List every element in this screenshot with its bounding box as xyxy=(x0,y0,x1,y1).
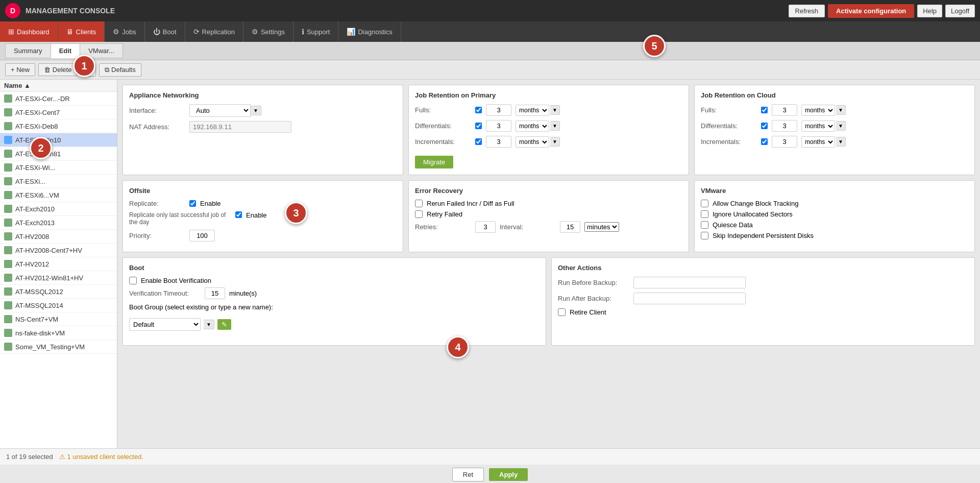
primary-fulls-checkbox[interactable] xyxy=(475,107,482,113)
replicate-checkbox[interactable] xyxy=(189,200,196,207)
nav-diagnostics[interactable]: 📊 Diagnostics xyxy=(338,21,401,42)
sidebar-item-9[interactable]: AT-Exch2013 xyxy=(0,216,117,230)
skip-checkbox[interactable] xyxy=(701,232,708,239)
sidebar-item-3[interactable]: AT-ESXi-Win10 xyxy=(0,133,117,147)
sidebar: Name ▲ AT-ESXi-Cer...-DR AT-ESXi-Cent7 A… xyxy=(0,80,117,448)
tab-edit[interactable]: Edit xyxy=(51,43,81,58)
primary-incr-arrow[interactable]: ▼ xyxy=(550,137,560,147)
cloud-diff-checkbox[interactable] xyxy=(761,123,768,129)
client-label-15: AT-MSSQL2014 xyxy=(15,302,63,309)
primary-fulls-unit-select[interactable]: months xyxy=(516,105,549,116)
cloud-incr-checkbox[interactable] xyxy=(761,138,768,145)
sidebar-item-4[interactable]: AT-ESXi-Win81 xyxy=(0,147,117,161)
client-icon-10 xyxy=(4,232,12,240)
sidebar-item-5[interactable]: AT-ESXi-Wi... xyxy=(0,161,117,175)
tab-summary[interactable]: Summary xyxy=(5,43,51,58)
new-button[interactable]: + New xyxy=(5,63,35,76)
sidebar-item-16[interactable]: NS-Cent7+VM xyxy=(0,312,117,326)
boot-enable-checkbox[interactable] xyxy=(129,277,137,284)
cloud-diff-num[interactable] xyxy=(772,120,797,132)
cloud-fulls-checkbox[interactable] xyxy=(761,107,768,113)
interval-unit-select[interactable]: minutes xyxy=(584,222,619,232)
client-icon-16 xyxy=(4,315,12,323)
migrate-button[interactable]: Migrate xyxy=(415,156,453,168)
cloud-incr-row: Incrementals: months ▼ xyxy=(701,136,968,148)
timeout-row: Verification Timeout: minute(s) xyxy=(129,287,540,299)
primary-diff-checkbox[interactable] xyxy=(475,123,482,129)
primary-incr-checkbox[interactable] xyxy=(475,138,482,145)
client-icon-14 xyxy=(4,287,12,296)
refresh-button[interactable]: Refresh xyxy=(789,5,825,17)
cloud-diff-row: Differentials: months ▼ xyxy=(701,120,968,132)
nav-support[interactable]: ℹ Support xyxy=(293,21,339,42)
interface-select[interactable]: Auto xyxy=(189,104,251,117)
sidebar-item-10[interactable]: AT-HV2008 xyxy=(0,230,117,244)
sidebar-item-7[interactable]: AT-ESXi6...VM xyxy=(0,188,117,202)
primary-incr-row: Incrementals: months ▼ xyxy=(415,136,682,148)
cloud-incr-unit-select[interactable]: months xyxy=(801,136,835,148)
boot-group-edit-btn[interactable]: ✎ xyxy=(217,319,231,330)
ret-button[interactable]: Ret xyxy=(452,468,484,481)
primary-diff-num[interactable] xyxy=(486,120,511,132)
primary-fulls-num[interactable] xyxy=(486,104,511,116)
nav-replication[interactable]: ⟳ Replication xyxy=(185,21,243,42)
primary-incr-unit-select[interactable]: months xyxy=(516,136,549,148)
primary-fulls-arrow[interactable]: ▼ xyxy=(550,105,560,115)
run-before-input[interactable] xyxy=(633,277,746,288)
cbt-checkbox[interactable] xyxy=(701,200,708,207)
cloud-fulls-unit-select[interactable]: months xyxy=(801,105,835,116)
quiesce-checkbox[interactable] xyxy=(701,221,708,229)
nav-dashboard[interactable]: ⊞ Dashboard xyxy=(0,21,58,42)
sidebar-item-17[interactable]: ns-fake-disk+VM xyxy=(0,326,117,340)
activate-button[interactable]: Activate configuration xyxy=(828,4,914,18)
primary-incr-num[interactable] xyxy=(486,136,511,148)
retries-input[interactable] xyxy=(475,221,496,233)
nav-clients[interactable]: 🖥 Clients xyxy=(58,21,105,42)
sidebar-item-0[interactable]: AT-ESXi-Cer...-DR xyxy=(0,92,117,106)
sidebar-item-8[interactable]: AT-Exch2010 xyxy=(0,202,117,216)
sidebar-item-11[interactable]: AT-HV2008-Cent7+HV xyxy=(0,244,117,257)
interval-label: Interval: xyxy=(500,223,556,231)
sidebar-item-18[interactable]: Some_VM_Testing+VM xyxy=(0,340,117,354)
nav-settings[interactable]: ⚙ Settings xyxy=(243,21,293,42)
interval-input[interactable] xyxy=(560,221,580,233)
topbar-left: D MANAGEMENT CONSOLE xyxy=(5,3,115,18)
rerun-checkbox[interactable] xyxy=(415,200,423,207)
primary-diff-unit-select[interactable]: months xyxy=(516,120,549,132)
cloud-diff-unit-select[interactable]: months xyxy=(801,120,835,132)
unalloc-checkbox[interactable] xyxy=(701,210,708,218)
sidebar-item-14[interactable]: AT-MSSQL2012 xyxy=(0,285,117,299)
sidebar-item-2[interactable]: AT-ESXi-Deb8 xyxy=(0,119,117,133)
boot-group-select[interactable]: Default xyxy=(129,318,201,331)
delete-button[interactable]: 🗑 Delete xyxy=(38,63,77,76)
sidebar-item-12[interactable]: AT-HV2012 xyxy=(0,257,117,271)
timeout-input[interactable] xyxy=(205,287,225,299)
cloud-incr-arrow[interactable]: ▼ xyxy=(836,137,846,147)
primary-diff-arrow[interactable]: ▼ xyxy=(550,121,560,131)
apply-button[interactable]: Apply xyxy=(489,468,528,481)
sidebar-item-13[interactable]: AT-HV2012-Win81+HV xyxy=(0,271,117,285)
sidebar-item-1[interactable]: AT-ESXi-Cent7 xyxy=(0,106,117,119)
boot-group-arrow[interactable]: ▼ xyxy=(204,320,214,329)
cloud-fulls-arrow[interactable]: ▼ xyxy=(836,105,846,115)
nav-jobs[interactable]: ⚙ Jobs xyxy=(105,21,144,42)
interface-arrow-btn[interactable]: ▼ xyxy=(251,106,261,115)
cloud-diff-unit: months ▼ xyxy=(801,120,846,132)
logoff-button[interactable]: Logoff xyxy=(945,5,975,17)
replicate-last-checkbox[interactable] xyxy=(235,211,242,218)
retry-checkbox[interactable] xyxy=(415,210,423,218)
run-after-input[interactable] xyxy=(633,293,746,304)
help-button[interactable]: Help xyxy=(917,5,942,17)
sidebar-header[interactable]: Name ▲ xyxy=(0,80,117,92)
sidebar-item-6[interactable]: AT-ESXi... xyxy=(0,175,117,188)
cloud-diff-arrow[interactable]: ▼ xyxy=(836,121,846,131)
sidebar-item-15[interactable]: AT-MSSQL2014 xyxy=(0,299,117,312)
client-icon-8 xyxy=(4,205,12,213)
cloud-fulls-num[interactable] xyxy=(772,104,797,116)
cloud-incr-num[interactable] xyxy=(772,136,797,148)
defaults-button[interactable]: ⧉ Defaults xyxy=(99,63,141,77)
priority-input[interactable] xyxy=(189,230,215,242)
nav-boot[interactable]: ⏻ Boot xyxy=(145,21,185,42)
retire-checkbox[interactable] xyxy=(558,308,566,316)
nat-input[interactable] xyxy=(189,121,291,133)
